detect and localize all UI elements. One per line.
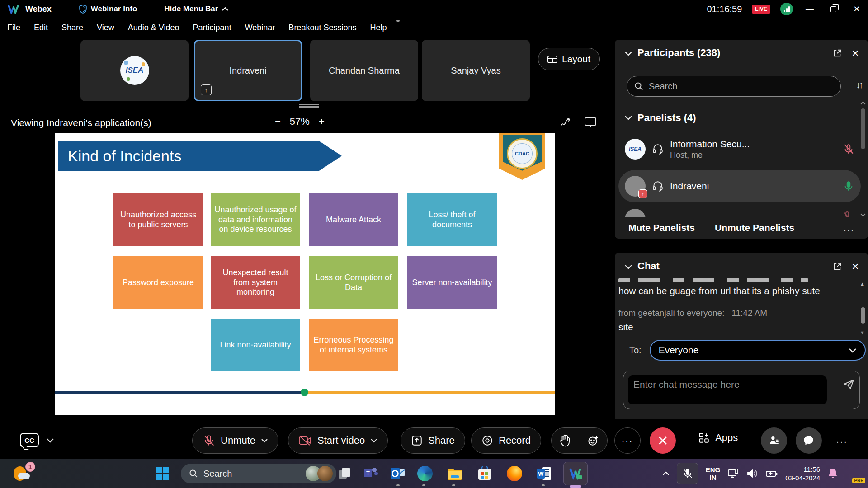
video-tile-chandan[interactable]: Chandan Sharma — [310, 40, 418, 101]
slide-progress-left — [55, 391, 304, 394]
leave-meeting-button[interactable] — [650, 427, 676, 454]
ms-store-icon[interactable] — [476, 465, 494, 483]
annotate-icon[interactable] — [560, 117, 571, 128]
video-tile-host[interactable]: ISEA — [80, 40, 189, 101]
collapse-panelists-icon[interactable] — [622, 111, 635, 124]
shared-slide: Kind of Incidents CDAC Unauthorized acce… — [55, 133, 555, 415]
close-participants-icon[interactable]: ✕ — [849, 47, 862, 60]
share-button[interactable]: Share — [401, 427, 465, 454]
raise-hand-button[interactable] — [552, 428, 579, 453]
weather-widget[interactable]: 1 — [13, 465, 33, 483]
zoom-out-button[interactable]: − — [275, 116, 281, 127]
recipient-select[interactable]: Everyone — [650, 340, 866, 361]
unmute-button[interactable]: Unmute — [192, 427, 278, 454]
menu-help[interactable]: Help — [370, 23, 387, 33]
slide-box: Loss or Corruption of Data — [309, 256, 398, 309]
chevron-down-icon[interactable] — [370, 438, 377, 443]
participants-search-input[interactable]: Search — [627, 76, 841, 97]
outlook-icon[interactable] — [389, 465, 407, 483]
battery-icon[interactable] — [765, 468, 778, 479]
mute-panelists-button[interactable]: Mute Panelists — [628, 222, 695, 233]
record-button[interactable]: Record — [471, 427, 541, 454]
more-options-button[interactable]: ... — [614, 427, 641, 454]
meeting-control-bar: CC Unmute Start video Share Record — [0, 419, 868, 459]
menu-bar: File Edit Share View Audio & Video Parti… — [0, 18, 868, 37]
chat-toggle-button[interactable] — [796, 427, 822, 454]
apps-button[interactable]: Apps — [698, 432, 738, 444]
view-display-icon[interactable] — [584, 117, 597, 128]
taskbar-search-input[interactable]: Search — [181, 464, 336, 483]
slide-title: Kind of Incidents — [58, 141, 342, 171]
collapse-chat-icon[interactable] — [622, 260, 635, 273]
participant-role: Host, me — [670, 150, 750, 160]
menu-audio-video[interactable]: Audio & Video — [128, 23, 179, 33]
slide-progress-dot — [301, 389, 308, 396]
webinar-info-button[interactable]: Webinar Info — [79, 4, 137, 14]
close-chat-icon[interactable]: ✕ — [849, 260, 862, 273]
chevron-down-icon — [849, 348, 857, 353]
menu-share[interactable]: Share — [61, 23, 83, 33]
taskbar-clock[interactable]: 11:5603-04-2024 — [785, 465, 820, 482]
share-screen-icon — [411, 435, 423, 446]
menu-file[interactable]: File — [7, 23, 20, 33]
close-button[interactable]: ✕ — [850, 2, 863, 16]
popout-icon[interactable] — [831, 260, 844, 273]
send-icon[interactable] — [842, 378, 855, 390]
connection-quality-icon[interactable] — [780, 3, 793, 15]
zoom-in-button[interactable]: + — [319, 116, 325, 127]
participant-row-host[interactable]: ISEA Information Secu... Host, me — [618, 133, 861, 165]
participants-scrollbar[interactable] — [860, 103, 866, 216]
popout-icon[interactable] — [831, 47, 844, 60]
collapse-participants-icon[interactable] — [622, 47, 635, 60]
slide-box: Malware Attack — [309, 193, 398, 246]
minimize-button[interactable]: — — [803, 2, 816, 16]
slide-box: Unauthorized usage of data and informati… — [211, 193, 300, 246]
chat-message-input[interactable]: Enter chat message here — [628, 375, 827, 404]
sort-participants-icon[interactable]: ↓↑ — [856, 80, 862, 90]
teams-icon[interactable]: T — [362, 465, 380, 483]
zoom-level[interactable]: 57% — [290, 116, 310, 127]
firefox-icon[interactable] — [505, 465, 524, 483]
tray-mic-muted-icon[interactable] — [677, 463, 698, 484]
volume-icon[interactable] — [746, 468, 758, 479]
chat-scrollbar[interactable]: ▲ ▼ — [860, 281, 866, 335]
display-device-icon[interactable] — [727, 468, 739, 479]
file-explorer-icon[interactable] — [446, 465, 464, 483]
menu-view[interactable]: View — [97, 23, 114, 33]
video-tile-sanjay[interactable]: Sanjay Vyas — [422, 40, 530, 101]
edge-icon[interactable] — [416, 465, 434, 483]
panelists-more-button[interactable]: ... — [844, 222, 854, 234]
reactions-button[interactable] — [579, 428, 607, 453]
webex-logo-icon — [7, 4, 21, 14]
task-view-button[interactable] — [335, 465, 354, 483]
restore-button[interactable] — [826, 2, 840, 16]
menu-breakout-sessions[interactable]: Breakout Sessions — [288, 23, 356, 33]
participant-row-indraveni[interactable]: ↑ Indraveni — [618, 170, 861, 202]
screen-share-icon: ↑ — [201, 84, 212, 95]
video-tile-indraveni[interactable]: Indraveni ↑ — [194, 40, 302, 101]
tray-chevron-up-icon[interactable] — [662, 471, 670, 476]
unmute-panelists-button[interactable]: Unmute Panelists — [715, 222, 794, 233]
search-highlight-images[interactable] — [306, 466, 333, 481]
svg-text:W: W — [538, 470, 544, 477]
participants-toggle-button[interactable] — [761, 427, 787, 454]
copilot-icon[interactable]: PRE — [845, 465, 862, 482]
language-indicator[interactable]: ENGIN — [706, 466, 721, 481]
menu-participant[interactable]: Participant — [193, 23, 231, 33]
footer-more-button[interactable]: ... — [836, 435, 848, 445]
hide-menu-bar-button[interactable]: Hide Menu Bar — [164, 5, 229, 14]
participants-title: Participants (238) — [637, 47, 720, 59]
cc-chevron-down-icon[interactable] — [46, 438, 54, 443]
chevron-down-icon[interactable] — [261, 438, 268, 443]
closed-captions-button[interactable]: CC — [20, 433, 39, 447]
webex-taskbar-icon[interactable] — [563, 462, 588, 485]
layout-button[interactable]: Layout — [538, 48, 600, 70]
start-video-button[interactable]: Start video — [288, 427, 388, 454]
shield-icon — [79, 4, 87, 14]
filmstrip-resize-handle[interactable] — [299, 104, 319, 108]
word-icon[interactable]: W — [535, 465, 553, 483]
menu-edit[interactable]: Edit — [34, 23, 48, 33]
notifications-bell-icon[interactable] — [827, 468, 838, 479]
menu-webinar[interactable]: Webinar — [245, 23, 275, 33]
start-button[interactable] — [154, 465, 172, 483]
